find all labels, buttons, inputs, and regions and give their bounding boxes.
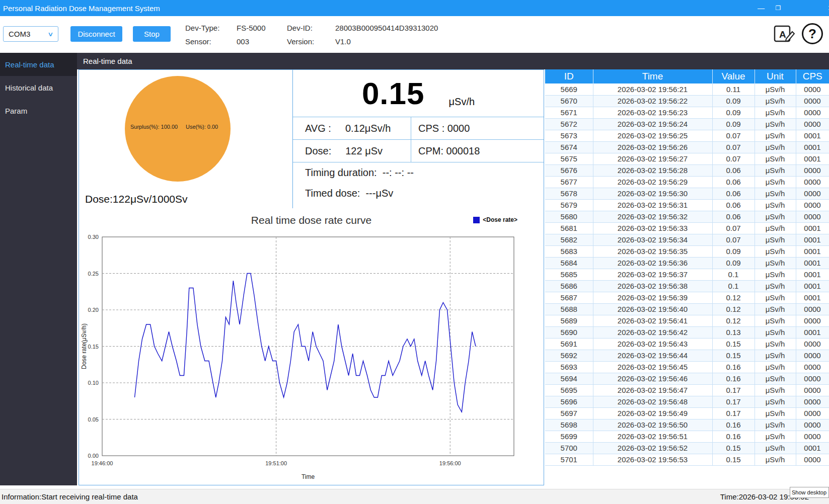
minimize-icon[interactable]: —: [752, 0, 770, 16]
sidebar-item-real-time-data[interactable]: Real-time data: [0, 53, 77, 76]
svg-text:A: A: [779, 29, 786, 40]
data-table: IDTimeValueUnitCPS 56692026-03-02 19:56:…: [545, 69, 829, 466]
table-row[interactable]: 56782026-03-02 19:56:300.06μSv/h0000: [545, 188, 829, 199]
table-row[interactable]: 56832026-03-02 19:56:350.09μSv/h0001: [545, 245, 829, 257]
disconnect-button[interactable]: Disconnect: [70, 26, 122, 42]
svg-text:19:51:00: 19:51:00: [265, 460, 287, 466]
svg-text:Time: Time: [302, 473, 315, 480]
content-header: Real-time data: [77, 53, 829, 69]
dose-rate-chart-section: Real time dose rate curve <Dose rate> 0.…: [79, 208, 544, 485]
svg-text:0.00: 0.00: [88, 453, 99, 459]
table-row[interactable]: 56902026-03-02 19:56:420.13μSv/h0001: [545, 326, 829, 338]
table-row[interactable]: 56752026-03-02 19:56:270.07μSv/h0001: [545, 153, 829, 164]
timed-dose: Timed dose: ---μSv: [293, 183, 544, 204]
table-row[interactable]: 56972026-03-02 19:56:490.17μSv/h0000: [545, 407, 829, 419]
status-info: Information:Start receiving real-time da…: [2, 492, 138, 501]
version-label: Version:: [287, 37, 335, 46]
sensor-value: 003: [237, 37, 287, 46]
dose-rate-chart: 0.000.050.100.150.200.250.3019:46:0019:5…: [79, 208, 544, 485]
table-row[interactable]: 56792026-03-02 19:56:310.06μSv/h0000: [545, 199, 829, 211]
stop-button[interactable]: Stop: [133, 26, 171, 42]
table-header-cell: Unit: [755, 69, 796, 83]
cpm-cell: CPM: 000018: [411, 140, 544, 162]
avg-cell: AVG : 0.12μSv/h: [293, 117, 411, 140]
com-port-select[interactable]: COM3 ∨: [3, 26, 58, 42]
table-header-cell: ID: [545, 69, 593, 83]
table-header-row: IDTimeValueUnitCPS: [545, 69, 829, 83]
dose-cell: Dose: 122 μSv: [293, 140, 411, 162]
table-row[interactable]: 56962026-03-02 19:56:480.17μSv/h0000: [545, 396, 829, 407]
avg-value: 0.12μSv/h: [345, 123, 391, 134]
dev-type-value: FS-5000: [237, 24, 287, 32]
dose-rate-value: 0.15: [362, 75, 425, 111]
dose-rate-unit: μSv/h: [449, 96, 475, 108]
table-row[interactable]: 56932026-03-02 19:56:450.16μSv/h0000: [545, 361, 829, 373]
svg-text:0.25: 0.25: [88, 271, 99, 277]
table-row[interactable]: 56762026-03-02 19:56:280.06μSv/h0000: [545, 164, 829, 176]
help-icon[interactable]: ?: [802, 23, 823, 44]
table-row[interactable]: 56942026-03-02 19:56:460.16μSv/h0000: [545, 373, 829, 384]
svg-text:0.10: 0.10: [88, 380, 99, 386]
table-row[interactable]: 56692026-03-02 19:56:210.11μSv/h0000: [545, 83, 829, 95]
table-row[interactable]: 56882026-03-02 19:56:400.12μSv/h0000: [545, 303, 829, 315]
show-desktop-tooltip: Show desktop: [790, 487, 829, 498]
help-glyph: ?: [808, 26, 816, 42]
svg-text:19:46:00: 19:46:00: [92, 460, 113, 466]
table-row[interactable]: 56772026-03-02 19:56:290.06μSv/h0000: [545, 176, 829, 188]
main-panel: Surplus(%): 100.00 Use(%): 0.00 Dose:122…: [79, 69, 544, 485]
use-label: Use(%): 0.00: [186, 124, 218, 130]
chevron-down-icon: ∨: [47, 31, 53, 38]
sidebar: Real-time dataHistorical dataParam: [0, 53, 77, 485]
dev-id-value: 28003B000950414D39313020: [335, 24, 438, 32]
table-row[interactable]: 56842026-03-02 19:56:360.09μSv/h0001: [545, 257, 829, 269]
svg-text:0.05: 0.05: [88, 416, 99, 423]
table-row[interactable]: 56852026-03-02 19:56:370.1μSv/h0001: [545, 269, 829, 280]
table-row[interactable]: 56982026-03-02 19:56:500.16μSv/h0000: [545, 419, 829, 431]
table-row[interactable]: 56802026-03-02 19:56:320.06μSv/h0000: [545, 211, 829, 222]
close-icon[interactable]: ✕: [822, 0, 829, 16]
content-header-title: Real-time data: [83, 57, 132, 65]
table-row[interactable]: 57012026-03-02 19:56:530.15μSv/h0000: [545, 454, 829, 465]
translate-icon[interactable]: A: [774, 23, 795, 45]
data-table-body: 56692026-03-02 19:56:210.11μSv/h00005670…: [545, 83, 829, 465]
table-row[interactable]: 56922026-03-02 19:56:440.15μSv/h0000: [545, 350, 829, 361]
sensor-label: Sensor:: [185, 37, 237, 46]
title-bar: Personal Radiation Dose Management Syste…: [0, 0, 829, 16]
timing-duration: Timing duration: --: --: --: [293, 162, 544, 183]
reading-panel: 0.15 μSv/h AVG : 0.12μSv/h CPS : 0000 Do…: [293, 70, 544, 208]
avg-label: AVG :: [305, 123, 331, 134]
table-row[interactable]: 56952026-03-02 19:56:470.17μSv/h0000: [545, 384, 829, 396]
svg-text:0.30: 0.30: [88, 234, 99, 240]
app-window: Personal Radiation Dose Management Syste…: [0, 0, 829, 504]
version-value: V1.0: [335, 37, 351, 46]
data-table-panel: IDTimeValueUnitCPS 56692026-03-02 19:56:…: [545, 69, 829, 485]
sidebar-item-historical-data[interactable]: Historical data: [0, 76, 77, 99]
dose-label: Dose:: [305, 145, 331, 157]
device-meta: Dev-Type: FS-5000 Dev-ID: 28003B00095041…: [185, 24, 438, 51]
toolbar: COM3 ∨ Disconnect Stop Dev-Type: FS-5000…: [0, 16, 829, 53]
window-title: Personal Radiation Dose Management Syste…: [0, 4, 160, 13]
dev-type-label: Dev-Type:: [185, 24, 237, 32]
table-row[interactable]: 56872026-03-02 19:56:390.12μSv/h0001: [545, 292, 829, 303]
surplus-label: Surplus(%): 100.00: [130, 124, 178, 130]
table-row[interactable]: 56862026-03-02 19:56:380.1μSv/h0001: [545, 280, 829, 292]
svg-text:Dose rate(μSv/h): Dose rate(μSv/h): [81, 323, 88, 369]
table-header-cell: Time: [593, 69, 712, 83]
table-row[interactable]: 56912026-03-02 19:56:430.15μSv/h0000: [545, 338, 829, 350]
table-row[interactable]: 57002026-03-02 19:56:520.15μSv/h0001: [545, 442, 829, 454]
table-row[interactable]: 56812026-03-02 19:56:330.07μSv/h0001: [545, 222, 829, 234]
table-row[interactable]: 56992026-03-02 19:56:510.16μSv/h0000: [545, 431, 829, 442]
table-row[interactable]: 56822026-03-02 19:56:340.07μSv/h0001: [545, 234, 829, 245]
dose-caption: Dose:122μSv/1000Sv: [85, 193, 188, 205]
table-row[interactable]: 56732026-03-02 19:56:250.07μSv/h0001: [545, 130, 829, 141]
com-port-value: COM3: [9, 30, 30, 38]
table-row[interactable]: 56712026-03-02 19:56:230.09μSv/h0000: [545, 107, 829, 118]
restore-icon[interactable]: ❐: [770, 0, 787, 16]
sidebar-item-param[interactable]: Param: [0, 99, 77, 122]
table-row[interactable]: 56702026-03-02 19:56:220.09μSv/h0000: [545, 95, 829, 107]
table-header-cell: CPS: [796, 69, 829, 83]
table-row[interactable]: 56892026-03-02 19:56:410.12μSv/h0000: [545, 315, 829, 326]
table-row[interactable]: 56742026-03-02 19:56:260.07μSv/h0001: [545, 141, 829, 153]
svg-text:0.20: 0.20: [88, 307, 99, 313]
table-row[interactable]: 56722026-03-02 19:56:240.09μSv/h0000: [545, 118, 829, 130]
